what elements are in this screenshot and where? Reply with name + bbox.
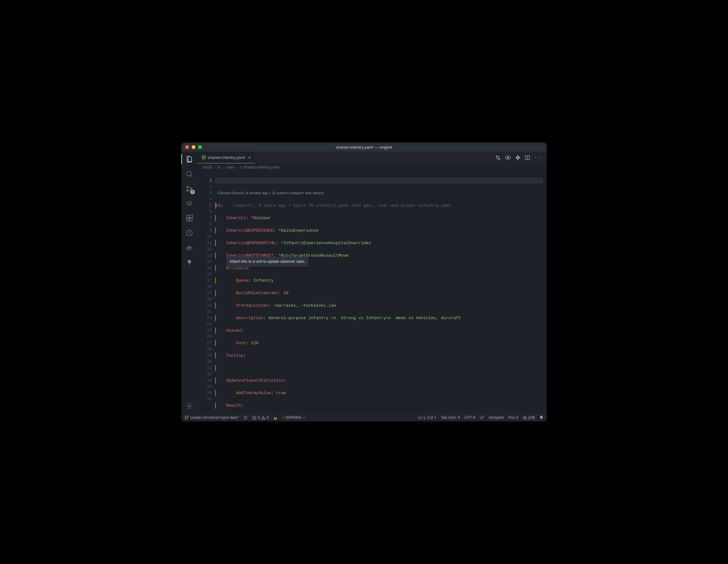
- remote-icon: [186, 229, 193, 237]
- flame-icon: [273, 415, 277, 420]
- scm-activity[interactable]: 3: [185, 184, 194, 193]
- svg-rect-16: [189, 263, 190, 265]
- hover-tooltip: Attach this to a unit to update observer…: [227, 257, 308, 267]
- status-notifications[interactable]: [539, 415, 543, 420]
- error-icon: [252, 416, 256, 420]
- active-line-highlight: [215, 178, 543, 184]
- activity-bar: 3: [181, 152, 197, 414]
- svg-point-4: [188, 202, 191, 205]
- more-icon[interactable]: ···: [534, 155, 543, 160]
- svg-rect-8: [190, 215, 193, 218]
- svg-point-29: [524, 417, 525, 418]
- debug-activity[interactable]: [185, 199, 194, 208]
- svg-point-25: [185, 418, 186, 419]
- svg-point-3: [191, 188, 192, 190]
- editor-area: shared-infantry.yaml × ··· mods › ts › r…: [197, 152, 547, 414]
- window-minimize-button[interactable]: [192, 145, 195, 149]
- breadcrumbs[interactable]: mods › ts › rules › ≡shared-infantry.yam…: [197, 163, 547, 171]
- svg-rect-7: [190, 219, 192, 221]
- svg-point-17: [188, 405, 190, 407]
- settings-activity[interactable]: [185, 402, 194, 411]
- breadcrumb-item[interactable]: rules: [226, 165, 235, 170]
- tabs-row: shared-infantry.yaml × ···: [197, 152, 547, 163]
- bug-icon: [186, 200, 193, 207]
- window-maximize-button[interactable]: [198, 145, 202, 149]
- code-content[interactable]: Clément Bœsch, 8 months ago | 15 authors…: [215, 171, 547, 414]
- window-controls: [185, 145, 202, 149]
- search-icon: [186, 170, 193, 178]
- svg-point-2: [187, 190, 188, 192]
- line-number-gutter: 1 2 3 4 5 6 7 8 9 10 11 12 13 14 15 16 1: [197, 171, 215, 414]
- docker-activity[interactable]: [185, 243, 194, 252]
- status-flame[interactable]: [273, 415, 277, 420]
- status-encoding[interactable]: UTF-8: [464, 415, 475, 420]
- bell-icon: [539, 415, 543, 420]
- svg-point-26: [187, 416, 189, 417]
- warning-icon: [261, 416, 265, 420]
- status-bar: oraide-util-extract-type-data* 0 0 -- NO…: [181, 414, 547, 421]
- editor-actions: ···: [495, 152, 547, 163]
- code-editor[interactable]: 1 2 3 4 5 6 7 8 9 10 11 12 13 14 15 16 1: [197, 171, 547, 414]
- tab-label: shared-infantry.yaml: [208, 155, 245, 160]
- svg-point-21: [507, 157, 509, 158]
- status-eol[interactable]: LF: [480, 415, 484, 420]
- svg-point-19: [499, 158, 500, 160]
- gear-icon: [186, 402, 193, 410]
- status-problems[interactable]: 0 0: [252, 415, 269, 420]
- file-icon: ≡: [240, 165, 242, 170]
- tab-shared-infantry[interactable]: shared-infantry.yaml ×: [197, 152, 255, 163]
- files-icon: [186, 155, 193, 163]
- sync-icon: [243, 415, 248, 420]
- status-sync[interactable]: [243, 415, 248, 420]
- toggle-blame-icon[interactable]: [505, 155, 511, 160]
- explorer-activity[interactable]: [185, 155, 194, 164]
- split-editor-icon[interactable]: [525, 155, 530, 160]
- status-branch[interactable]: oraide-util-extract-type-data*: [185, 415, 239, 420]
- remote-activity[interactable]: [185, 228, 194, 237]
- eye-icon: [523, 416, 527, 419]
- svg-point-18: [496, 156, 497, 157]
- prettier-icon[interactable]: [515, 155, 520, 160]
- svg-point-1: [187, 186, 188, 188]
- status-vim-mode: -- NORMAL --: [282, 415, 306, 420]
- status-tabsize[interactable]: Tab Size: 4: [441, 415, 460, 420]
- breadcrumb-item[interactable]: ≡shared-infantry.yaml: [240, 165, 279, 170]
- status-screencast[interactable]: [off]: [523, 415, 535, 420]
- tree-icon: [186, 259, 193, 266]
- gitlens-activity[interactable]: [185, 258, 194, 267]
- svg-rect-6: [186, 219, 189, 221]
- breadcrumb-item[interactable]: ts: [218, 165, 221, 170]
- svg-point-22: [517, 157, 518, 158]
- search-activity[interactable]: [185, 170, 194, 178]
- branch-icon: [185, 415, 189, 420]
- window-close-button[interactable]: [185, 145, 189, 149]
- extensions-activity[interactable]: [185, 214, 194, 223]
- window-title: shared-infantry.yaml — engine: [336, 145, 392, 150]
- chevron-right-icon: ›: [236, 165, 238, 170]
- title-bar: shared-infantry.yaml — engine: [181, 143, 547, 152]
- codelens-authors[interactable]: Clément Bœsch, 8 months ago | 15 authors…: [215, 190, 547, 196]
- svg-rect-13: [188, 246, 189, 247]
- status-language[interactable]: miniyaml: [489, 415, 504, 420]
- docker-icon: [186, 244, 193, 252]
- breadcrumb-item[interactable]: mods: [203, 165, 212, 170]
- svg-rect-14: [189, 246, 190, 247]
- status-pos[interactable]: Pos 0: [509, 415, 518, 420]
- svg-point-24: [185, 416, 186, 417]
- extensions-icon: [186, 214, 193, 222]
- svg-point-0: [187, 171, 191, 176]
- git-compare-icon[interactable]: [495, 155, 501, 160]
- status-lncol[interactable]: Ln 1, Col 1: [418, 415, 436, 420]
- file-icon: [201, 155, 206, 160]
- chevron-right-icon: ›: [222, 165, 224, 170]
- app-window: shared-infantry.yaml — engine 3: [181, 143, 547, 421]
- svg-point-15: [188, 260, 191, 263]
- chevron-right-icon: ›: [214, 165, 216, 170]
- scm-badge: 3: [190, 190, 195, 194]
- svg-rect-5: [186, 215, 189, 218]
- close-icon[interactable]: ×: [248, 155, 251, 160]
